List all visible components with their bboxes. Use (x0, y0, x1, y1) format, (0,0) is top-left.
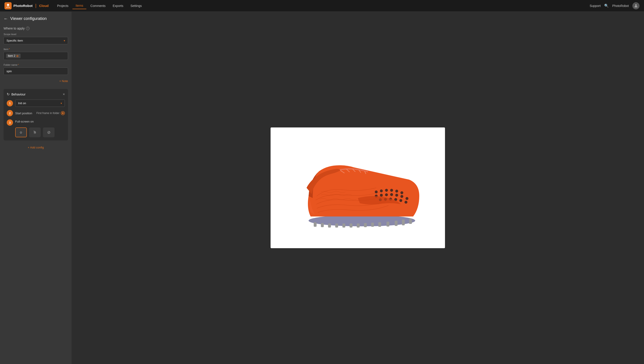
svg-point-25 (380, 194, 383, 197)
init-on-row: 1 Init on ▾ (7, 100, 65, 107)
init-on-value: Init on (18, 102, 26, 105)
brand-name: PhotoRobot (14, 4, 33, 8)
svg-point-1 (7, 4, 9, 6)
avatar[interactable] (632, 2, 640, 10)
item-field: Item * Item 2 ⊗ (4, 48, 68, 60)
svg-point-22 (395, 190, 398, 192)
start-position-row: 2 Start position First frame in folder (7, 110, 65, 116)
svg-rect-6 (328, 224, 331, 228)
behaviour-close-button[interactable]: × (63, 92, 65, 96)
svg-point-20 (385, 189, 388, 192)
nav-comments[interactable]: Comments (87, 3, 109, 9)
svg-point-23 (400, 192, 404, 194)
fullscreen-option-circle[interactable]: ○ (15, 128, 27, 137)
main-content (72, 12, 644, 364)
fullscreen-option-mouse[interactable]: 🖱 (29, 128, 41, 137)
logo-area[interactable]: PhotoRobot | Cloud (4, 2, 49, 10)
svg-point-2 (635, 4, 637, 6)
sidebar-header: ← Viewer configuration (4, 16, 68, 21)
start-position-radio[interactable] (61, 111, 65, 115)
behaviour-title: Behaviour (12, 92, 26, 96)
start-position-label: Start position (15, 112, 34, 115)
photrobot-logo-icon (4, 2, 12, 10)
help-icon[interactable]: ? (26, 26, 30, 30)
add-config-button[interactable]: + Add config (4, 144, 68, 151)
sidebar: ← Viewer configuration Where to apply ? … (0, 12, 72, 364)
svg-point-18 (375, 190, 378, 194)
svg-point-36 (404, 201, 408, 204)
item-tag: Item 2 ⊗ (6, 54, 20, 58)
folder-name-input[interactable] (4, 68, 68, 75)
init-on-dropdown-arrow: ▾ (60, 102, 62, 105)
nav-exports[interactable]: Exports (110, 3, 126, 9)
step-badge-3: 3 (7, 120, 13, 126)
item-input[interactable]: Item 2 ⊗ (4, 52, 68, 60)
scope-level-label: Scope level (4, 33, 68, 36)
user-name: PhotoRobot (612, 4, 629, 8)
cloud-label: Cloud (39, 4, 49, 8)
top-navigation: PhotoRobot | Cloud Projects Items Commen… (0, 0, 644, 12)
logo-separator: | (35, 3, 36, 8)
step-badge-1: 1 (7, 100, 13, 106)
behaviour-card-header: ↻ Behaviour × (7, 92, 65, 96)
dropdown-arrow-icon: ▾ (64, 39, 65, 42)
no-sign-icon: ⊘ (47, 130, 50, 135)
sidebar-title: Viewer configuration (10, 16, 47, 21)
svg-rect-16 (402, 220, 405, 226)
search-icon[interactable]: 🔍 (604, 4, 609, 8)
behaviour-title-area: ↻ Behaviour (7, 92, 26, 96)
svg-point-26 (385, 194, 388, 196)
fullscreen-row: 3 Full-screen on (7, 120, 65, 126)
nav-links: Projects Items Comments Exports Settings (54, 2, 588, 9)
svg-rect-5 (321, 223, 324, 227)
svg-point-29 (400, 195, 404, 198)
svg-rect-8 (342, 224, 345, 228)
back-arrow-icon: ← (4, 16, 8, 21)
svg-rect-14 (386, 222, 389, 226)
fullscreen-option-none[interactable]: ⊘ (43, 128, 54, 137)
add-note-button[interactable]: + Note (59, 78, 68, 84)
step-badge-2: 2 (7, 110, 13, 116)
circle-icon: ○ (20, 130, 22, 135)
behaviour-card: ↻ Behaviour × 1 Init on ▾ 2 Start positi… (4, 89, 68, 140)
svg-rect-7 (335, 224, 338, 228)
svg-point-30 (406, 197, 408, 200)
svg-point-27 (390, 193, 393, 196)
svg-point-28 (395, 194, 398, 197)
item-tag-remove-button[interactable]: ⊗ (16, 54, 19, 58)
support-link[interactable]: Support (590, 4, 600, 8)
scope-level-value: Specific item (6, 39, 23, 42)
product-view (270, 128, 445, 248)
scope-level-select[interactable]: Specific item ▾ (4, 37, 68, 44)
item-label: Item * (4, 48, 68, 50)
init-on-select-wrapper: Init on ▾ (15, 100, 65, 107)
folder-name-field: Folder name * (4, 64, 68, 75)
product-shoe-image (284, 138, 432, 237)
svg-rect-4 (314, 222, 317, 227)
folder-name-label: Folder name * (4, 64, 68, 66)
svg-rect-15 (395, 221, 398, 226)
product-image-container (270, 128, 445, 248)
svg-point-3 (308, 215, 415, 226)
nav-projects[interactable]: Projects (54, 3, 72, 9)
mouse-icon: 🖱 (33, 130, 37, 135)
nav-settings[interactable]: Settings (127, 3, 145, 9)
back-button[interactable]: ← (4, 16, 8, 21)
svg-rect-13 (378, 222, 381, 227)
svg-rect-10 (357, 224, 360, 228)
svg-rect-17 (409, 219, 412, 224)
nav-items[interactable]: Items (72, 2, 86, 9)
where-to-apply-label: Where to apply ? (4, 26, 68, 30)
main-layout: ← Viewer configuration Where to apply ? … (0, 12, 644, 364)
scope-level-field: Scope level Specific item ▾ (4, 33, 68, 44)
fullscreen-options: ○ 🖱 ⊘ (15, 128, 65, 137)
start-position-value: First frame in folder (36, 111, 65, 115)
fullscreen-label: Full-screen on (15, 120, 34, 123)
init-on-select[interactable]: Init on ▾ (15, 100, 65, 107)
svg-rect-11 (364, 223, 367, 227)
svg-point-21 (390, 189, 393, 192)
svg-rect-9 (350, 224, 352, 228)
nav-right: Support 🔍 PhotoRobot (590, 2, 640, 10)
svg-point-35 (399, 199, 402, 202)
radio-inner (62, 112, 64, 114)
